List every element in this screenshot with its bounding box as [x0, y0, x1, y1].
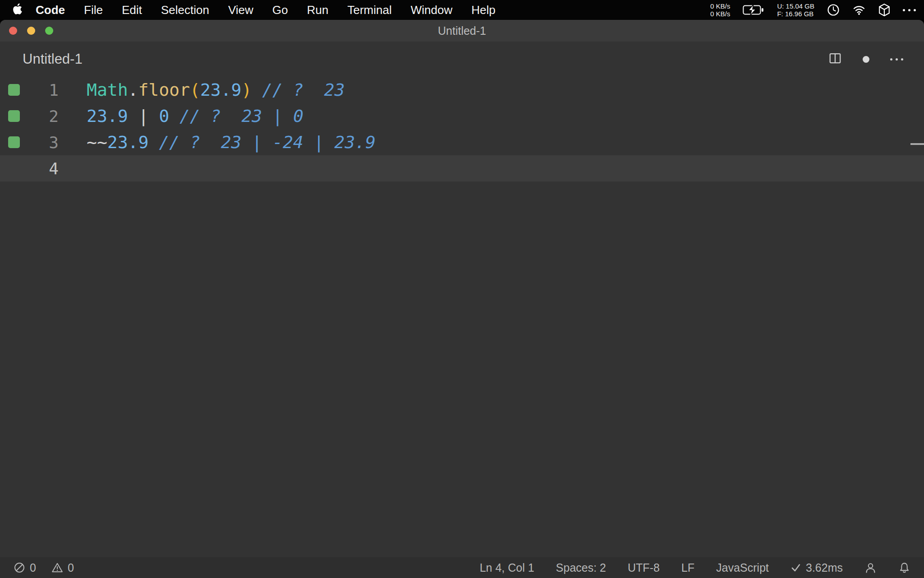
quokka-coverage-indicator	[8, 110, 20, 122]
code-token	[148, 132, 159, 152]
code-token	[252, 80, 262, 100]
code-token	[148, 106, 159, 126]
menu-item-file[interactable]: File	[74, 3, 112, 17]
menubar-status: 0 KB/s 0 KB/s U: 15.04 GB F: 16.96 GB	[710, 2, 916, 18]
menu-item-view[interactable]: View	[219, 3, 263, 17]
warning-count: 0	[68, 561, 74, 574]
code-token	[169, 106, 180, 126]
editor-actions	[828, 51, 924, 67]
code-token: 23.9	[87, 106, 128, 126]
overview-ruler-marker	[910, 143, 924, 145]
zoom-window-button[interactable]	[45, 27, 53, 35]
battery-charging-icon[interactable]	[743, 4, 764, 16]
code-line[interactable]: 3~~23.9 // ? 23 | -24 | 23.9	[0, 129, 924, 155]
menu-item-selection[interactable]: Selection	[152, 3, 219, 17]
editor-more-actions-icon[interactable]	[890, 58, 903, 61]
code-line[interactable]: 223.9 | 0 // ? 23 | 0	[0, 103, 924, 129]
code-token: Math	[87, 80, 128, 100]
menu-item-code[interactable]: Code	[26, 3, 74, 17]
menu-item-window[interactable]: Window	[401, 3, 462, 17]
code-line-content: ~~23.9 // ? 23 | -24 | 23.9	[87, 132, 376, 152]
status-quokka[interactable]: 3.62ms	[790, 561, 843, 574]
gutter	[0, 110, 29, 122]
code-token: 23.9	[107, 132, 149, 152]
code-token: ~~	[87, 132, 107, 152]
code-token: (	[190, 80, 200, 100]
quokka-time-label: 3.62ms	[806, 561, 843, 574]
code-line[interactable]: 4	[0, 155, 924, 182]
status-cursor-position[interactable]: Ln 4, Col 1	[480, 561, 534, 574]
apple-logo-icon	[12, 3, 23, 17]
code-token: // ? 23 | -24 | 23.9	[159, 132, 375, 152]
clock-icon[interactable]	[827, 4, 840, 16]
code-editor[interactable]: 1Math.floor(23.9) // ? 23223.9 | 0 // ? …	[0, 77, 924, 557]
code-lines: 1Math.floor(23.9) // ? 23223.9 | 0 // ? …	[0, 77, 924, 182]
status-indentation[interactable]: Spaces: 2	[556, 561, 606, 574]
code-token: // ? 23 | 0	[180, 106, 304, 126]
status-language[interactable]: JavaScript	[716, 561, 769, 574]
status-encoding[interactable]: UTF-8	[628, 561, 660, 574]
menu-item-edit[interactable]: Edit	[112, 3, 152, 17]
network-up-label: 0 KB/s	[710, 2, 730, 10]
menubar-overflow-icon[interactable]	[903, 9, 916, 11]
status-eol[interactable]: LF	[681, 561, 694, 574]
code-line[interactable]: 1Math.floor(23.9) // ? 23	[0, 77, 924, 103]
code-token: floor	[138, 80, 189, 100]
traffic-lights	[0, 27, 53, 35]
memory-usage-indicator[interactable]: U: 15.04 GB F: 16.96 GB	[777, 2, 814, 18]
statusbar: 0 0 Ln 4, Col 1Spaces: 2UTF-8LFJavaScrip…	[0, 557, 924, 578]
code-token: |	[138, 106, 148, 126]
menu-item-go[interactable]: Go	[263, 3, 298, 17]
line-number: 4	[29, 159, 59, 178]
menu-item-run[interactable]: Run	[297, 3, 338, 17]
memory-used-label: U: 15.04 GB	[777, 2, 814, 10]
menu-item-help[interactable]: Help	[462, 3, 505, 17]
quokka-coverage-indicator	[8, 136, 20, 148]
code-token: // ? 23	[262, 80, 345, 100]
line-number: 3	[29, 133, 59, 152]
status-warnings[interactable]: 0	[51, 561, 74, 574]
statusbar-right: Ln 4, Col 1Spaces: 2UTF-8LFJavaScript 3.…	[480, 561, 910, 574]
cube-icon[interactable]	[878, 4, 890, 16]
editor-header: Untitled-1	[0, 42, 924, 77]
code-line-content: 23.9 | 0 // ? 23 | 0	[87, 106, 304, 126]
window-title: Untitled-1	[0, 24, 924, 37]
memory-free-label: F: 16.96 GB	[777, 10, 814, 18]
vscode-window: Untitled-1 Untitled-1 1Math.floor(23.9) …	[0, 20, 924, 578]
menu-item-terminal[interactable]: Terminal	[338, 3, 401, 17]
error-icon	[14, 562, 25, 573]
warning-icon	[51, 562, 63, 573]
quokka-coverage-indicator	[8, 84, 20, 96]
close-window-button[interactable]	[9, 27, 17, 35]
statusbar-right-items: Ln 4, Col 1Spaces: 2UTF-8LFJavaScript	[480, 561, 769, 574]
code-token: 0	[159, 106, 169, 126]
status-errors[interactable]: 0	[14, 561, 36, 574]
network-down-label: 0 KB/s	[710, 10, 730, 18]
code-line-content: Math.floor(23.9) // ? 23	[87, 80, 345, 100]
menubar-items: CodeFileEditSelectionViewGoRunTerminalWi…	[26, 3, 505, 17]
minimize-window-button[interactable]	[27, 27, 35, 35]
gutter	[0, 84, 29, 96]
feedback-person-icon[interactable]	[864, 562, 877, 574]
macos-menubar: CodeFileEditSelectionViewGoRunTerminalWi…	[0, 0, 924, 20]
line-number: 2	[29, 107, 59, 126]
code-token: .	[128, 80, 139, 100]
unsaved-indicator-icon[interactable]	[863, 56, 869, 63]
split-editor-icon[interactable]	[828, 51, 842, 67]
network-speed-indicator[interactable]: 0 KB/s 0 KB/s	[710, 2, 730, 18]
code-token: )	[241, 80, 252, 100]
notifications-bell-icon[interactable]	[898, 562, 910, 574]
screen: CodeFileEditSelectionViewGoRunTerminalWi…	[0, 0, 924, 578]
gutter	[0, 136, 29, 148]
tab-untitled-1[interactable]: Untitled-1	[0, 51, 83, 67]
error-count: 0	[30, 561, 36, 574]
apple-menu[interactable]	[12, 3, 23, 17]
code-token	[128, 106, 139, 126]
check-icon	[790, 562, 801, 573]
statusbar-left: 0 0	[14, 561, 74, 574]
line-number: 1	[29, 81, 59, 99]
window-titlebar[interactable]: Untitled-1	[0, 20, 924, 42]
wifi-icon[interactable]	[852, 5, 866, 15]
code-token: 23.9	[200, 80, 242, 100]
